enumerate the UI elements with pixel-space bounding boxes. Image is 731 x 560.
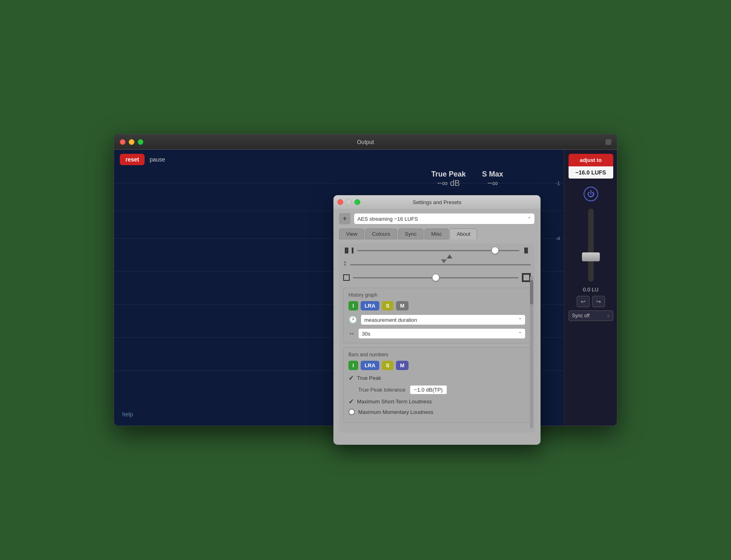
tab-misc[interactable]: Misc <box>424 228 449 239</box>
smax-value: −∞ <box>482 179 503 188</box>
sync-dropdown[interactable]: Sync off ▾ <box>569 310 613 321</box>
grid-label-2: -4 <box>556 236 560 241</box>
vertical-range-track[interactable] <box>350 264 531 265</box>
output-window: Output -1 -4 reset pause <box>114 134 617 426</box>
modal-titlebar: Settings and Presets <box>333 195 541 209</box>
preset-select[interactable]: AES streaming −16 LUFS ⌃ <box>354 213 535 224</box>
badge-lra-history[interactable]: LRA <box>361 301 380 310</box>
tabs-row: View Colours Sync Misc About <box>339 228 535 239</box>
history-graph-section: History graph I LRA S M 🕐 measurement du… <box>343 288 531 343</box>
border-track[interactable] <box>353 277 519 278</box>
badge-i-bars[interactable]: I <box>348 361 358 370</box>
sync-label: Sync off <box>572 313 590 319</box>
modal-scroll-thumb[interactable] <box>530 280 533 304</box>
modal-minimize-button[interactable] <box>346 199 352 205</box>
modal-scrollbar[interactable] <box>530 276 533 429</box>
max-momentary-label: Maximum Momentary Loudness <box>358 409 433 415</box>
smax-label: S Max <box>482 170 503 179</box>
measurement-dropdown[interactable]: measurement duration ⌃ <box>361 314 526 325</box>
bars-numbers-title: Bars and numbers <box>348 352 526 358</box>
badge-s-history[interactable]: S <box>382 301 394 310</box>
duration-label: 30s <box>362 331 370 337</box>
measurement-row: 🕐 measurement duration ⌃ <box>348 314 526 325</box>
window-resize-handle[interactable] <box>606 139 611 145</box>
tab-about[interactable]: About <box>450 228 477 239</box>
preset-selected-value: AES streaming −16 LUFS <box>357 216 418 222</box>
true-peak-value: −∞ dB <box>431 179 466 188</box>
bars-numbers-section: Bars and numbers I LRA S M ✓ True Peak T… <box>343 347 531 423</box>
vertical-range-section: ↕ <box>343 259 531 267</box>
help-link[interactable]: help <box>122 411 133 418</box>
bar-size-slider-row: ▐▌▐ ▐▌ <box>343 248 531 253</box>
tab-view[interactable]: View <box>339 228 364 239</box>
smax-metric: S Max −∞ <box>482 170 503 188</box>
bars-large-icon: ▐▌ <box>523 248 531 253</box>
border-thick-icon <box>522 273 531 282</box>
upper-triangle-marker <box>447 254 452 258</box>
history-badges: I LRA S M <box>348 301 526 310</box>
header-metrics: True Peak −∞ dB S Max −∞ <box>431 170 503 188</box>
maximize-button[interactable] <box>138 139 143 145</box>
duration-dropdown[interactable]: 30s ⌃ <box>358 328 526 339</box>
true-peak-check-icon: ✓ <box>348 374 354 382</box>
modal-maximize-button[interactable] <box>355 199 360 205</box>
max-momentary-checkbox-row: Maximum Momentary Loudness <box>348 409 526 415</box>
modal-traffic-lights <box>337 199 360 205</box>
range-track-container <box>350 261 531 265</box>
vertical-arrow-icon: ↕ <box>343 259 347 267</box>
traffic-lights <box>120 139 143 145</box>
window-titlebar: Output <box>114 134 617 150</box>
adjust-to-button[interactable]: adjust to <box>569 154 613 166</box>
bars-small-icon: ▐▌▐ <box>343 248 354 253</box>
history-graph-title: History graph <box>348 292 526 298</box>
tolerance-row: True Peak tolerance −1.0 dB(TP) <box>348 385 526 394</box>
true-peak-label: True Peak <box>431 170 466 179</box>
modal-close-button[interactable] <box>337 199 343 205</box>
max-momentary-radio[interactable] <box>348 409 355 415</box>
tolerance-value: −1.0 dB(TP) <box>410 385 447 394</box>
bars-badges: I LRA S M <box>348 361 526 370</box>
output-controls: reset pause <box>120 154 165 165</box>
bar-size-track[interactable] <box>357 250 519 251</box>
lu-display: 0.0 LU <box>583 286 598 293</box>
badge-s-bars[interactable]: S <box>382 361 394 370</box>
true-peak-checkbox-label: True Peak <box>357 375 381 381</box>
clock-icon: 🕐 <box>348 315 357 324</box>
pause-button[interactable]: pause <box>149 156 165 163</box>
true-peak-checkbox-row: ✓ True Peak <box>348 374 526 382</box>
max-short-check-icon: ✓ <box>348 398 354 405</box>
redo-button[interactable]: ↪ <box>592 296 605 307</box>
border-thin-icon <box>343 274 350 281</box>
badge-lra-bars[interactable]: LRA <box>361 361 380 370</box>
reset-button[interactable]: reset <box>120 154 145 165</box>
modal-body: + AES streaming −16 LUFS ⌃ View Colours … <box>333 209 541 437</box>
minimize-button[interactable] <box>129 139 134 145</box>
tab-sync[interactable]: Sync <box>398 228 424 239</box>
lower-triangle-marker <box>441 259 447 263</box>
badge-m-history[interactable]: M <box>396 301 409 310</box>
vertical-slider-row: ↕ <box>343 259 531 267</box>
measurement-label: measurement duration <box>364 317 417 323</box>
view-content: ▐▌▐ ▐▌ ↕ <box>339 243 535 433</box>
undo-button[interactable]: ↩ <box>577 296 590 307</box>
border-thumb[interactable] <box>432 274 439 281</box>
power-button[interactable]: ⏻ <box>584 187 598 201</box>
add-preset-button[interactable]: + <box>339 213 350 224</box>
badge-i-history[interactable]: I <box>348 301 358 310</box>
close-button[interactable] <box>120 139 125 145</box>
tab-colours[interactable]: Colours <box>365 228 397 239</box>
sync-chevron-icon: ▾ <box>607 313 610 319</box>
adjust-to-section: adjust to −16.0 LUFS <box>569 154 613 181</box>
fader-handle[interactable] <box>582 252 600 261</box>
modal-title: Settings and Presets <box>413 199 461 205</box>
settings-modal: Settings and Presets + AES streaming −16… <box>333 195 541 445</box>
grid-label-1: -1 <box>556 181 560 186</box>
duration-arrow-icon: ↔ <box>348 330 355 337</box>
preset-chevron-icon: ⌃ <box>528 216 531 222</box>
border-thickness-row <box>343 273 531 282</box>
max-short-label: Maximum Short-Term Loudness <box>357 398 432 405</box>
badge-m-bars[interactable]: M <box>396 361 409 370</box>
bar-size-thumb[interactable] <box>491 247 499 254</box>
tolerance-label: True Peak tolerance <box>358 387 406 393</box>
duration-chevron-icon: ⌃ <box>518 331 522 336</box>
